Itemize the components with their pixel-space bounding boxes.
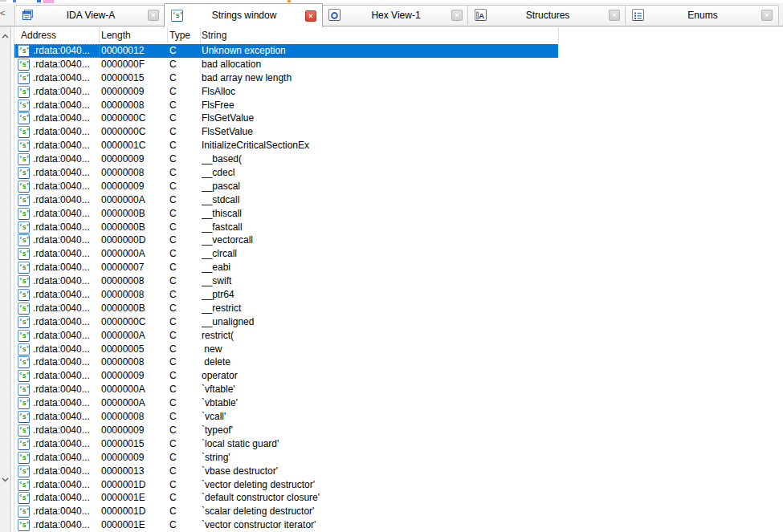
tab-label: Structures	[491, 6, 605, 25]
string-item-icon: ‘s’	[18, 370, 30, 382]
tab-scroll-left-button[interactable]: <	[0, 7, 10, 18]
table-row[interactable]: ‘s’.rdata:0040...00000015C`local static …	[14, 437, 558, 451]
column-separator[interactable]	[200, 27, 201, 43]
column-header-string[interactable]: String	[202, 26, 226, 44]
cell-type: C	[169, 465, 198, 478]
cell-type: C	[169, 437, 198, 451]
table-row[interactable]: ‘s’.rdata:0040...0000000DC__vectorcall	[14, 234, 558, 247]
cell-type: C	[169, 274, 198, 288]
cell-string: __based(	[202, 152, 555, 166]
table-row[interactable]: ‘s’.rdata:0040...00000009C`string'	[14, 451, 558, 465]
cell-type: C	[169, 71, 198, 85]
table-row[interactable]: ‘s’.rdata:0040...00000005C new	[14, 343, 558, 356]
table-row[interactable]: ‘s’.rdata:0040...0000000BC__thiscall	[14, 207, 558, 221]
table-row[interactable]: ‘s’.rdata:0040...0000000AC`vftable'	[14, 383, 558, 396]
table-row[interactable]: ‘s’.rdata:0040...0000000BC__restrict	[14, 302, 558, 315]
table-row[interactable]: ‘s’.rdata:0040...00000009C__pascal	[14, 180, 558, 193]
table-row[interactable]: ‘s’.rdata:0040...00000009C__based(	[14, 152, 558, 166]
tab-label: Strings window	[187, 4, 301, 27]
cell-address: .rdata:0040...	[33, 125, 99, 139]
table-row[interactable]: ‘s’.rdata:0040...0000001CCInitializeCrit…	[14, 139, 558, 152]
cell-string: __swift	[202, 274, 555, 288]
table-row[interactable]: ‘s’.rdata:0040...0000000CCFlsSetValue	[14, 125, 558, 139]
column-header-type[interactable]: Type	[169, 26, 190, 44]
table-row[interactable]: ‘s’.rdata:0040...00000008CFlsFree	[14, 99, 558, 112]
cell-string: `default constructor closure'	[202, 491, 555, 505]
tab-close-icon[interactable]: ×	[148, 10, 159, 21]
table-row[interactable]: ‘s’.rdata:0040...0000000FCbad allocation	[14, 58, 558, 71]
cell-length: 0000000A	[101, 247, 165, 261]
table-row[interactable]: ‘s’.rdata:0040...00000008C__ptr64	[14, 288, 558, 302]
column-header-length[interactable]: Length	[101, 26, 131, 44]
string-item-icon: ‘s’	[18, 303, 30, 315]
string-item-icon: ‘s’	[18, 86, 30, 98]
cell-address: .rdata:0040...	[33, 465, 99, 478]
table-row[interactable]: ‘s’.rdata:0040...0000000CCFlsGetValue	[14, 112, 558, 125]
tab-ida-view-a[interactable]: IDA View-A×	[14, 5, 165, 25]
table-row[interactable]: ‘s’.rdata:0040...0000001DC`vector deleti…	[14, 478, 558, 492]
cell-string: __fastcall	[202, 221, 555, 234]
table-row[interactable]: ‘s’.rdata:0040...0000000ACrestrict(	[14, 329, 558, 343]
cell-string: `local static guard'	[202, 437, 555, 451]
string-item-icon: ‘s’	[18, 384, 30, 396]
cell-string: `vftable'	[202, 383, 555, 396]
table-row[interactable]: ‘s’.rdata:0040...0000001DC`scalar deleti…	[14, 505, 558, 518]
table-row[interactable]: ‘s’.rdata:0040...00000009C`typeof'	[14, 424, 558, 437]
table-row[interactable]: ‘s’.rdata:0040...00000009Coperator	[14, 369, 558, 383]
cell-length: 0000001D	[101, 505, 165, 518]
tab-strings-window[interactable]: ‘s’Strings window×	[164, 3, 323, 27]
string-item-icon: ‘s’	[18, 519, 30, 531]
string-item-icon: ‘s’	[18, 492, 30, 504]
cell-address: .rdata:0040...	[33, 518, 99, 532]
cell-string: InitializeCriticalSectionEx	[202, 139, 555, 152]
tab-close-icon[interactable]: ×	[609, 10, 620, 21]
cell-address: .rdata:0040...	[33, 288, 99, 302]
cell-address: .rdata:0040...	[33, 302, 99, 315]
cell-address: .rdata:0040...	[33, 410, 99, 424]
tab-close-icon[interactable]: ×	[305, 10, 316, 22]
tab-close-icon[interactable]: ×	[761, 10, 773, 21]
strings-icon: ‘s’	[171, 10, 183, 22]
table-row[interactable]: ‘s’.rdata:0040...00000008C__cdecl	[14, 166, 558, 180]
scroll-up-icon[interactable]	[0, 30, 10, 41]
column-separator[interactable]	[167, 27, 168, 43]
tab-close-icon[interactable]: ×	[451, 10, 463, 21]
column-separator[interactable]	[558, 27, 559, 43]
table-row[interactable]: ‘s’.rdata:0040...00000008C delete	[14, 355, 558, 369]
ida-view-icon	[22, 10, 34, 23]
cell-string: bad array new length	[202, 71, 555, 85]
table-row[interactable]: ‘s’.rdata:0040...0000000BC__fastcall	[14, 221, 558, 234]
table-row[interactable]: ‘s’.rdata:0040...0000000AC`vbtable'	[14, 396, 558, 410]
tab-structures[interactable]: AStructures×	[467, 5, 626, 25]
column-header-address[interactable]: Address	[21, 26, 56, 44]
tab-hex-view-1[interactable]: Hex View-1×	[321, 5, 469, 25]
table-row[interactable]: ‘s’.rdata:0040...00000009CFlsAlloc	[14, 85, 558, 99]
table-row[interactable]: ‘s’.rdata:0040...0000000CC__unaligned	[14, 315, 558, 329]
cell-address: .rdata:0040...	[33, 112, 99, 125]
cell-address: .rdata:0040...	[33, 207, 99, 221]
cell-address: .rdata:0040...	[33, 315, 99, 329]
cell-length: 0000000C	[101, 125, 165, 139]
table-row[interactable]: ‘s’.rdata:0040...0000001EC`default const…	[14, 491, 558, 505]
cell-string: __clrcall	[202, 247, 555, 261]
cell-address: .rdata:0040...	[33, 491, 99, 505]
cell-address: .rdata:0040...	[33, 58, 99, 71]
table-row[interactable]: ‘s’.rdata:0040...00000007C__eabi	[14, 261, 558, 274]
string-item-icon: ‘s’	[18, 343, 30, 355]
table-row[interactable]: ‘s’.rdata:0040...0000001EC`vector constr…	[14, 518, 558, 532]
cell-length: 0000000C	[101, 315, 165, 329]
cell-length: 00000009	[101, 369, 165, 383]
table-row[interactable]: ‘s’.rdata:0040...00000012CUnknown except…	[14, 44, 558, 58]
table-row[interactable]: ‘s’.rdata:0040...00000013C`vbase destruc…	[14, 465, 558, 478]
column-separator[interactable]	[99, 27, 100, 43]
strings-table: ‘s’.rdata:0040...00000012CUnknown except…	[14, 44, 783, 532]
table-row[interactable]: ‘s’.rdata:0040...00000008C__swift	[14, 274, 558, 288]
table-row[interactable]: ‘s’.rdata:0040...0000000AC__stdcall	[14, 193, 558, 207]
tab-enums[interactable]: Enums×	[625, 5, 779, 25]
table-row[interactable]: ‘s’.rdata:0040...00000008C`vcall'	[14, 410, 558, 424]
table-row[interactable]: ‘s’.rdata:0040...00000015Cbad array new …	[14, 71, 558, 85]
string-item-icon: ‘s’	[18, 262, 30, 274]
table-row[interactable]: ‘s’.rdata:0040...0000000AC__clrcall	[14, 247, 558, 261]
left-scrollbar[interactable]	[0, 26, 11, 532]
scroll-down-icon[interactable]	[0, 473, 10, 484]
